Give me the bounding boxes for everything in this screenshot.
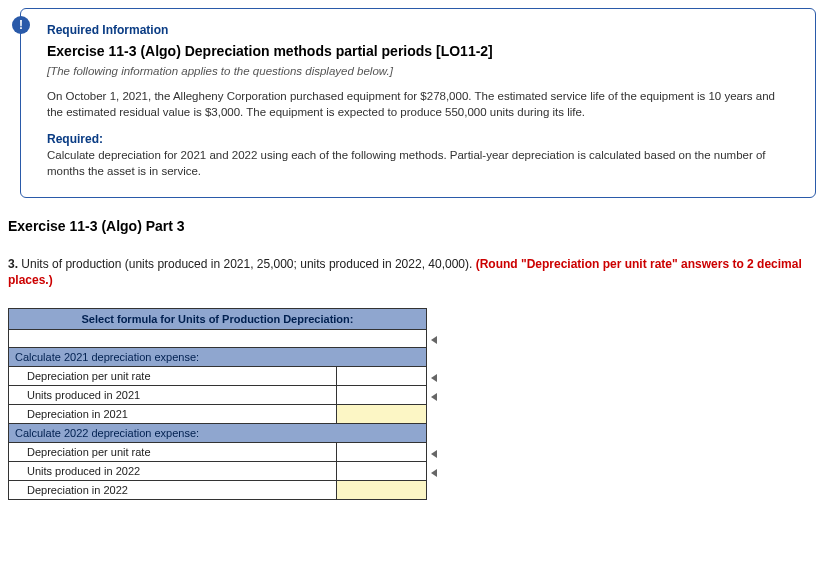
required-info-heading: Required Information xyxy=(47,23,789,37)
input-2022-rate[interactable] xyxy=(337,443,427,462)
dropdown-arrow-icon xyxy=(427,386,438,405)
row-2022-units-label: Units produced in 2022 xyxy=(9,462,337,481)
section-2021-header: Calculate 2021 depreciation expense: xyxy=(9,348,427,367)
question-line: 3. Units of production (units produced i… xyxy=(8,256,816,288)
input-2022-dep[interactable] xyxy=(337,481,427,500)
row-2022-rate-label: Depreciation per unit rate xyxy=(9,443,337,462)
applies-note: [The following information applies to th… xyxy=(47,65,789,77)
table-row: Depreciation per unit rate xyxy=(9,367,438,386)
input-2021-units[interactable] xyxy=(337,386,427,405)
required-text: Calculate depreciation for 2021 and 2022… xyxy=(47,148,789,179)
row-2021-units-label: Units produced in 2021 xyxy=(9,386,337,405)
question-text: Units of production (units produced in 2… xyxy=(21,257,475,271)
row-2022-dep-label: Depreciation in 2022 xyxy=(9,481,337,500)
input-2021-rate[interactable] xyxy=(337,367,427,386)
input-2021-dep[interactable] xyxy=(337,405,427,424)
dropdown-arrow-icon xyxy=(427,462,438,481)
table-row: Depreciation per unit rate xyxy=(9,443,438,462)
alert-icon: ! xyxy=(12,16,30,34)
row-2021-rate-label: Depreciation per unit rate xyxy=(9,367,337,386)
formula-header: Select formula for Units of Production D… xyxy=(9,309,427,330)
dropdown-arrow-icon xyxy=(427,443,438,462)
question-number: 3. xyxy=(8,257,18,271)
spacer xyxy=(427,405,438,424)
table-row: Depreciation in 2022 xyxy=(9,481,438,500)
formula-select-cell[interactable] xyxy=(9,330,427,348)
calc-table: Select formula for Units of Production D… xyxy=(8,308,438,500)
row-2021-dep-label: Depreciation in 2021 xyxy=(9,405,337,424)
dropdown-arrow-icon xyxy=(427,330,438,348)
table-row: Depreciation in 2021 xyxy=(9,405,438,424)
table-row: Units produced in 2021 xyxy=(9,386,438,405)
required-info-panel: Required Information Exercise 11-3 (Algo… xyxy=(20,8,816,198)
input-2022-units[interactable] xyxy=(337,462,427,481)
exercise-title: Exercise 11-3 (Algo) Depreciation method… xyxy=(47,43,789,59)
spacer xyxy=(427,348,438,367)
table-row: Units produced in 2022 xyxy=(9,462,438,481)
part-heading: Exercise 11-3 (Algo) Part 3 xyxy=(8,218,816,234)
required-label: Required: xyxy=(47,132,789,146)
spacer xyxy=(427,424,438,443)
spacer xyxy=(427,481,438,500)
section-2022-header: Calculate 2022 depreciation expense: xyxy=(9,424,427,443)
info-panel-wrap: ! Required Information Exercise 11-3 (Al… xyxy=(8,8,816,198)
spacer xyxy=(427,309,438,330)
scenario-paragraph: On October 1, 2021, the Allegheny Corpor… xyxy=(47,89,789,120)
dropdown-arrow-icon xyxy=(427,367,438,386)
